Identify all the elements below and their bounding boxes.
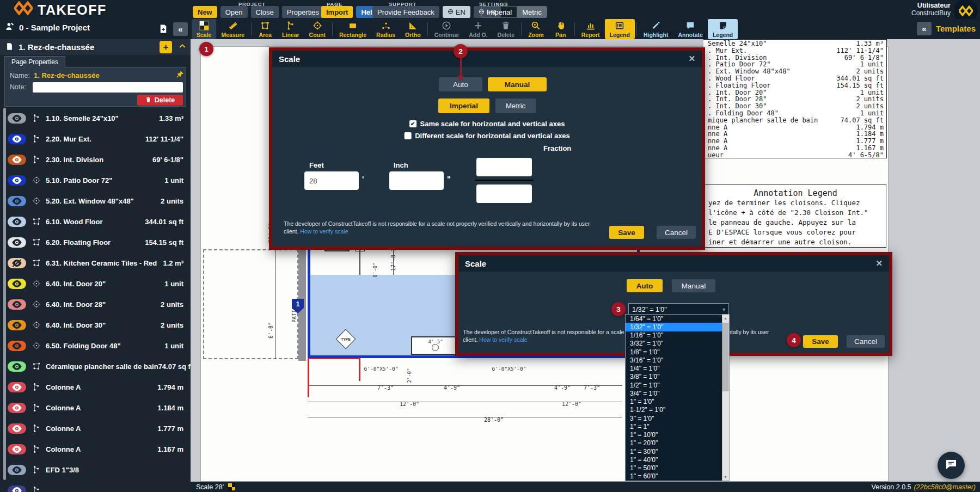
provide-feedback-button[interactable]: Provide Feedback <box>372 6 439 18</box>
tool-rectangle[interactable]: Rectangle <box>334 19 371 39</box>
checkbox-checked-icon[interactable]: ✔ <box>409 120 416 127</box>
tool-count[interactable]: Count <box>304 19 330 39</box>
inch-input[interactable] <box>389 171 444 190</box>
feet-input[interactable] <box>304 171 359 190</box>
scale-option[interactable]: 1/4" = 1'0" <box>626 365 722 373</box>
cancel-button[interactable]: Cancel <box>847 335 885 348</box>
scale-option[interactable]: 1" = 60'0" <box>626 472 722 481</box>
takeoff-item-row[interactable]: 1.10. Semelle 24"x10"1.33 m³ <box>0 108 191 128</box>
takeoff-item-row[interactable]: 6.10. Wood Floor344.01 sq ft <box>0 211 191 232</box>
tool-legend[interactable]: Legend <box>605 19 635 39</box>
open-button[interactable]: Open <box>220 6 248 18</box>
takeoff-item-row[interactable]: 2.30. Int. Division69' 6-1/8" <box>0 149 191 170</box>
takeoff-item-row[interactable]: 6.31. Kitchen Ceramic Tiles - Red1.2 m³ <box>0 253 191 273</box>
tool-pan[interactable]: Pan <box>549 19 573 39</box>
imperial-button[interactable]: Imperial <box>482 7 517 17</box>
verify-scale-link[interactable]: How to verify scale <box>479 336 527 343</box>
dropdown-scrollbar[interactable]: ▲ ▼ <box>722 315 729 481</box>
close-icon[interactable]: ✕ <box>688 54 695 64</box>
visibility-eye-icon[interactable] <box>8 279 26 289</box>
visibility-eye-icon[interactable] <box>8 155 26 165</box>
auto-button[interactable]: Auto <box>627 279 663 292</box>
tool-linear[interactable]: Linear <box>277 19 304 39</box>
takeoff-item-row[interactable]: 6.20. Floating Floor154.15 sq ft <box>0 232 191 253</box>
sidebar-scrollbar[interactable] <box>3 108 6 480</box>
scale-option[interactable]: 3/8" = 1'0" <box>626 373 722 381</box>
manual-button[interactable]: Manual <box>672 279 715 292</box>
add-page-button[interactable] <box>156 22 170 35</box>
scale-option[interactable]: 1/8" = 1'0" <box>626 348 722 356</box>
scale-option[interactable]: 1" = 50'0" <box>626 464 722 472</box>
scale-option[interactable]: 1/64" = 1'0" <box>626 315 722 323</box>
properties-button[interactable]: Properties <box>282 6 324 18</box>
takeoff-item-row[interactable]: Colonne A1.794 m <box>0 377 191 397</box>
takeoff-item-row[interactable]: 6.40. Int. Door 28"2 units <box>0 294 191 315</box>
scale-option[interactable]: 1" = 1'0" <box>626 398 722 406</box>
dialog-title-bar[interactable]: Scale✕ <box>458 255 889 272</box>
visibility-eye-icon[interactable] <box>8 113 26 124</box>
visibility-eye-icon[interactable] <box>8 465 26 475</box>
visibility-eye-icon[interactable] <box>8 341 26 351</box>
metric-button[interactable]: Metric <box>495 99 536 113</box>
tool-zoom[interactable]: Zoom <box>523 19 549 39</box>
different-scale-checkbox-row[interactable]: Different scale for horizontal and verti… <box>404 132 570 140</box>
cancel-button[interactable]: Cancel <box>657 226 696 239</box>
scroll-down-icon[interactable]: ▼ <box>722 473 729 481</box>
visibility-eye-icon[interactable] <box>8 258 26 268</box>
visibility-eye-icon[interactable] <box>8 237 26 248</box>
save-button[interactable]: Save <box>609 226 644 239</box>
visibility-eye-icon[interactable] <box>8 382 26 392</box>
new-button[interactable]: New <box>193 6 217 18</box>
visibility-eye-icon[interactable] <box>8 444 26 454</box>
tool-area[interactable]: Area <box>253 19 277 39</box>
visibility-eye-icon[interactable] <box>8 217 26 227</box>
visibility-eye-icon[interactable] <box>8 320 26 330</box>
visibility-eye-icon[interactable] <box>8 361 26 372</box>
visibility-eye-icon[interactable] <box>8 403 26 413</box>
scale-option[interactable]: 1" = 10'0" <box>626 431 722 439</box>
tab-page-properties[interactable]: Page Properties <box>4 56 65 67</box>
close-button[interactable]: Close <box>251 6 279 18</box>
delete-page-button[interactable]: Delete <box>137 95 183 106</box>
tool-annotate[interactable]: Annotate <box>673 19 708 39</box>
scroll-up-icon[interactable]: ▲ <box>722 315 729 322</box>
scale-option[interactable]: 1" = 30'0" <box>626 447 722 456</box>
chat-button[interactable] <box>938 452 965 479</box>
fraction-numerator-input[interactable] <box>476 158 532 176</box>
scale-option[interactable]: 1" = 1" <box>626 422 722 430</box>
tool-add-o[interactable]: Add O. <box>464 19 492 39</box>
import-button[interactable]: Import <box>321 6 353 18</box>
dialog-title-bar[interactable]: Scale✕ <box>272 51 702 67</box>
scale-option[interactable]: 1" = 40'0" <box>626 456 722 464</box>
visibility-eye-icon[interactable] <box>8 423 26 434</box>
close-icon[interactable]: ✕ <box>875 259 883 268</box>
takeoff-item-row[interactable]: Colonne A1.777 m <box>0 418 191 439</box>
takeoff-item-row[interactable]: Colonne A1.167 m <box>0 439 191 459</box>
scale-option[interactable]: 3/4" = 1'0" <box>626 389 722 397</box>
add-item-button[interactable]: + <box>160 41 172 53</box>
takeoff-item-row[interactable]: 2.20. Mur Ext.112' 11-1/4" <box>0 128 191 149</box>
scale-option[interactable]: 3/16" = 1'0" <box>626 356 722 364</box>
tool-ortho[interactable]: Ortho <box>400 19 426 39</box>
tool-scale[interactable]: Scale <box>192 19 216 39</box>
scale-option[interactable]: 1" = 20'0" <box>626 439 722 447</box>
checkbox-unchecked-icon[interactable] <box>404 132 411 139</box>
scrollbar-thumb[interactable] <box>722 323 728 391</box>
templates-label[interactable]: Templates <box>936 24 976 33</box>
metric-button[interactable]: Metric <box>517 7 546 17</box>
collapse-sidebar-button[interactable]: « <box>173 22 188 36</box>
scale-option[interactable]: 1-1/2" = 1'0" <box>626 406 722 414</box>
takeoff-item-row[interactable] <box>0 480 191 492</box>
same-scale-checkbox-row[interactable]: ✔Same scale for horizontal and vertical … <box>409 120 565 128</box>
chevron-up-icon[interactable] <box>178 42 187 53</box>
tool-continue[interactable]: Continue <box>430 19 464 39</box>
visibility-eye-icon[interactable] <box>8 196 26 206</box>
language-en-button[interactable]: EN <box>443 6 470 18</box>
manual-button[interactable]: Manual <box>488 77 547 91</box>
scale-option[interactable]: 1/2" = 1'0" <box>626 381 722 389</box>
takeoff-item-row[interactable]: 5.20. Ext. Window 48"x48"2 units <box>0 190 191 211</box>
takeoff-item-row[interactable]: EFD 1"3/8 <box>0 459 191 480</box>
tool-highlight[interactable]: Highlight <box>639 19 673 39</box>
tool-measure[interactable]: Measure <box>216 19 249 39</box>
scale-option[interactable]: 3/32" = 1'0" <box>626 340 722 348</box>
